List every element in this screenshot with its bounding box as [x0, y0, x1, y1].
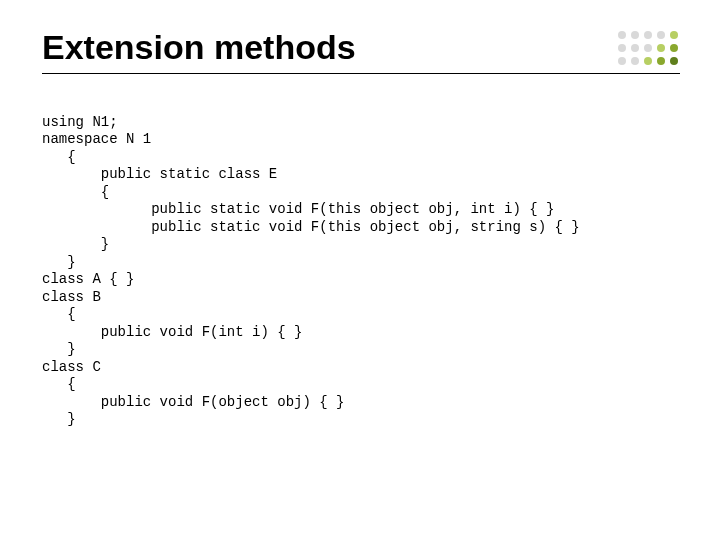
code-line: class C — [42, 359, 101, 375]
dot-icon — [644, 44, 652, 52]
title-row: Extension methods — [42, 28, 680, 74]
code-block: using N1; namespace N 1 { public static … — [42, 96, 680, 446]
code-line: } — [42, 236, 109, 252]
dot-icon — [631, 44, 639, 52]
code-line: namespace N 1 — [42, 131, 151, 147]
dot-icon — [657, 44, 665, 52]
code-line: public void F(int i) { } — [42, 324, 302, 340]
code-line: class A { } — [42, 271, 134, 287]
code-line: public void F(object obj) { } — [42, 394, 344, 410]
dot-icon — [618, 31, 626, 39]
dot-icon — [657, 31, 665, 39]
code-line: } — [42, 341, 76, 357]
dot-icon — [631, 57, 639, 65]
code-line: } — [42, 411, 76, 427]
slide: Extension methods using N1; namespace N … — [0, 0, 720, 540]
code-line: { — [42, 149, 76, 165]
code-line: using N1; — [42, 114, 118, 130]
code-line: { — [42, 376, 76, 392]
dot-icon — [657, 57, 665, 65]
code-line: } — [42, 254, 76, 270]
dot-icon — [670, 57, 678, 65]
dot-icon — [631, 31, 639, 39]
dot-icon — [670, 44, 678, 52]
code-line: public static void F(this object obj, st… — [42, 219, 580, 235]
code-line: { — [42, 184, 109, 200]
dot-icon — [618, 44, 626, 52]
code-line: { — [42, 306, 76, 322]
code-line: class B — [42, 289, 101, 305]
dot-icon — [670, 31, 678, 39]
code-line: public static void F(this object obj, in… — [42, 201, 554, 217]
dot-icon — [644, 31, 652, 39]
dot-icon — [644, 57, 652, 65]
corner-dots-icon — [618, 31, 680, 65]
dot-icon — [618, 57, 626, 65]
code-line: public static class E — [42, 166, 277, 182]
page-title: Extension methods — [42, 28, 356, 67]
